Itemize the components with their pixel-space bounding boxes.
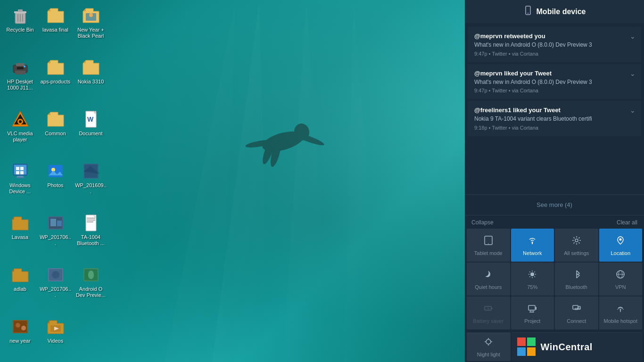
svg-rect-45 <box>57 221 62 226</box>
brightness-label: 75% <box>527 284 537 290</box>
tablet-mode-button[interactable]: Tablet mode <box>467 229 510 262</box>
svg-marker-1 <box>165 0 236 362</box>
quiet-hours-label: Quiet hours <box>475 284 502 290</box>
all-settings-button[interactable]: All settings <box>555 229 598 262</box>
collapse-button[interactable]: Collapse <box>471 219 494 226</box>
hp-deskjet-icon[interactable]: HP Deskjet 1000 J11... <box>2 54 38 106</box>
desktop: Recycle Bin lavasa final <box>0 0 644 362</box>
connect-button[interactable]: Connect <box>555 296 598 329</box>
battery-saver-icon <box>484 304 493 315</box>
action-center: Mobile device @meprvn retweeted you What… <box>465 0 644 362</box>
document-icon[interactable]: W Document <box>73 106 108 158</box>
vpn-label: VPN <box>615 284 626 290</box>
lavasa-icon[interactable]: Lavasa <box>2 210 38 262</box>
notification-2[interactable]: @meprvn liked your Tweet What's new in A… <box>468 64 641 99</box>
location-button[interactable]: Location <box>599 229 643 262</box>
android-o-icon[interactable]: Android O Dev Previe... <box>73 262 108 313</box>
svg-point-84 <box>620 309 621 310</box>
svg-point-52 <box>52 271 59 279</box>
vpn-button[interactable]: VPN <box>599 263 643 296</box>
project-icon <box>528 304 537 315</box>
project-label: Project <box>524 318 540 324</box>
nokia-3310-icon[interactable]: Nokia 3310 <box>73 54 108 106</box>
svg-point-5 <box>260 128 305 155</box>
svg-rect-48 <box>87 220 95 221</box>
desktop-icons: Recycle Bin lavasa final <box>0 0 132 362</box>
chevron-down-icon-2[interactable]: ⌄ <box>630 70 636 77</box>
notification-1[interactable]: @meprvn retweeted you What's new in Andr… <box>468 27 641 62</box>
svg-point-6 <box>293 122 311 141</box>
svg-rect-36 <box>17 176 24 177</box>
svg-point-27 <box>19 120 22 123</box>
svg-rect-32 <box>16 167 19 170</box>
photos-icon[interactable]: Photos <box>38 158 73 210</box>
videos-icon[interactable]: Videos <box>38 313 73 362</box>
svg-point-67 <box>619 238 622 240</box>
svg-point-58 <box>21 326 26 330</box>
notification-3[interactable]: @freeliners1 liked your Tweet Nokia 9 TA… <box>468 101 641 136</box>
wp-201609-icon[interactable]: WP_201609... <box>73 158 108 210</box>
common-folder-icon[interactable]: Common <box>38 106 73 158</box>
night-light-label: Night light <box>477 352 500 357</box>
wp-201706-1-icon[interactable]: WP_201706... <box>38 210 73 262</box>
location-icon <box>616 236 625 247</box>
new-year-black-pearl-icon[interactable]: New Year + Black Pearl <box>73 2 108 54</box>
bluetooth-label: Bluetooth <box>566 284 587 290</box>
chevron-down-icon-3[interactable]: ⌄ <box>630 107 636 114</box>
svg-rect-22 <box>17 67 24 69</box>
svg-point-62 <box>528 13 528 14</box>
project-button[interactable]: Project <box>511 296 554 329</box>
mobile-hotspot-button[interactable]: Mobile hotspot <box>599 296 643 329</box>
svg-rect-76 <box>528 305 535 310</box>
connect-label: Connect <box>567 318 586 324</box>
clear-all-button[interactable]: Clear all <box>617 219 637 226</box>
ta-1004-bluetooth-icon[interactable]: TA-1004 Bluetooth ... <box>73 210 108 262</box>
adlab-icon[interactable]: adlab <box>2 262 38 313</box>
brightness-button[interactable]: 75% <box>511 263 554 296</box>
recycle-bin-icon[interactable]: Recycle Bin <box>2 2 38 54</box>
mobile-hotspot-icon <box>616 304 625 315</box>
settings-icon <box>572 236 581 247</box>
ac-header: Mobile device <box>465 0 644 23</box>
battery-saver-button[interactable]: Battery saver <box>467 296 510 329</box>
chevron-down-icon-1[interactable]: ⌄ <box>630 33 636 40</box>
qa-top-bar: Collapse Clear all <box>465 215 644 228</box>
wincentral-banner: WinCentral <box>512 332 643 361</box>
network-icon <box>528 236 537 247</box>
svg-rect-37 <box>16 177 25 178</box>
svg-marker-2 <box>283 0 330 362</box>
vlc-player-icon[interactable]: VLC media player <box>2 106 38 158</box>
lavasa-final-icon[interactable]: lavasa final <box>38 2 73 54</box>
svg-rect-83 <box>578 307 580 309</box>
wincentral-logo <box>517 337 536 356</box>
notifications-list: @meprvn retweeted you What's new in Andr… <box>465 23 644 194</box>
svg-text:W: W <box>87 115 94 123</box>
svg-rect-20 <box>16 63 25 66</box>
see-more-button[interactable]: See more (4) <box>465 194 644 215</box>
svg-rect-44 <box>50 219 56 226</box>
ac-title: Mobile device <box>537 8 586 16</box>
battery-saver-label: Battery saver <box>473 318 504 324</box>
svg-point-57 <box>16 323 20 328</box>
svg-rect-34 <box>16 171 19 174</box>
windows-device-icon[interactable]: Windows Device ... <box>2 158 38 210</box>
night-light-row: Night light WinCentral <box>465 331 644 362</box>
aps-products-icon[interactable]: aps-products <box>38 54 73 106</box>
mobile-device-icon <box>523 6 533 17</box>
svg-marker-0 <box>212 0 269 362</box>
network-button[interactable]: Network <box>511 229 554 262</box>
night-light-button[interactable]: Night light <box>467 332 511 361</box>
bluetooth-button[interactable]: Bluetooth <box>555 263 598 296</box>
brightness-icon <box>528 270 537 281</box>
quiet-hours-button[interactable]: Quiet hours <box>467 263 510 296</box>
svg-point-66 <box>575 239 578 242</box>
svg-rect-46 <box>86 215 96 231</box>
quiet-hours-icon <box>484 270 493 281</box>
mobile-hotspot-label: Mobile hotspot <box>603 318 637 324</box>
svg-point-10 <box>269 139 283 168</box>
new-year-icon[interactable]: new year <box>2 313 38 362</box>
svg-marker-3 <box>344 0 382 362</box>
night-light-icon <box>484 337 493 349</box>
svg-rect-13 <box>18 9 23 12</box>
wp-201706-2-icon[interactable]: WP_201706... <box>38 262 73 313</box>
